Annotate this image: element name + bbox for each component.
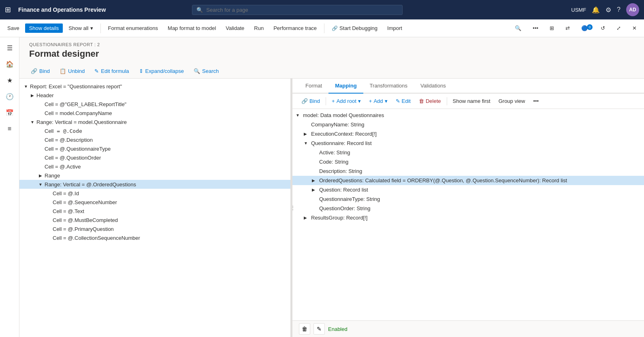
popout-button[interactable]: ⤢ (612, 23, 625, 33)
mapping-node[interactable]: ▼ Questionnaire: Record list (292, 139, 644, 148)
save-button[interactable]: Save (3, 23, 23, 33)
add-chevron: ▾ (385, 98, 388, 104)
validate-button[interactable]: Validate (222, 23, 248, 33)
mapping-node[interactable]: QuestionOrder: String (292, 204, 644, 213)
map-format-to-model-button[interactable]: Map format to model (164, 23, 220, 33)
tree-node[interactable]: Cell = @.Id (19, 189, 290, 198)
tree-node[interactable]: Cell = model.CompanyName (19, 109, 290, 117)
more-button[interactable]: ••• (529, 23, 542, 33)
tree-node[interactable]: ▶ Header (19, 91, 290, 100)
mapping-node[interactable]: Code: String (292, 157, 644, 166)
add-label: Add (373, 98, 383, 104)
mapping-node[interactable]: ▶ ExecutionContext: Record[!] (292, 129, 644, 139)
search-label: Search (202, 68, 219, 74)
chevron-down-icon: ▾ (90, 25, 93, 31)
tree-node[interactable]: ▼ Range: Vertical = model.Questionnaire (19, 117, 290, 126)
run-button[interactable]: Run (250, 23, 268, 33)
tab-mapping[interactable]: Mapping (328, 79, 363, 94)
tree-scroll[interactable]: ▼ Report: Excel = "Questionnaires report… (19, 79, 290, 337)
map-label-7: OrderedQuestions: Calculated field = ORD… (319, 177, 567, 183)
edit-bottom-button[interactable]: ✎ (313, 323, 325, 335)
mapping-node[interactable]: CompanyName: String (292, 120, 644, 129)
refresh-button[interactable]: ↺ (597, 23, 609, 33)
tree-node[interactable]: Cell = @.Active (19, 162, 290, 171)
tree-node[interactable]: ▼ Range: Vertical = @.OrderedQuestions (19, 180, 290, 189)
tree-node[interactable]: Cell = @.Description (19, 135, 290, 144)
tree-node[interactable]: Cell = @.SequenceNumber (19, 198, 290, 207)
search-cmd-button[interactable]: 🔍 (511, 23, 525, 33)
show-all-button[interactable]: Show all ▾ (64, 23, 97, 33)
link-icon: 🔗 (31, 68, 37, 74)
map-label-6: Description: String (319, 168, 362, 174)
search-input[interactable] (206, 7, 398, 13)
mapping-node[interactable]: Active: String (292, 148, 644, 157)
delete-icon: 🗑 (419, 98, 424, 104)
sidebar-icon-menu[interactable]: ☰ (2, 41, 17, 55)
mapping-node[interactable]: ▶ ResultsGroup: Record[!] (292, 213, 644, 222)
import-button[interactable]: Import (383, 23, 406, 33)
tree-node[interactable]: Cell = @"GER_LABEL:ReportTitle" (19, 100, 290, 109)
settings-icon[interactable]: ⚙ (606, 6, 611, 14)
sidebar-icon-home[interactable]: 🏠 (2, 57, 17, 71)
group-view-button[interactable]: Group view (496, 97, 528, 105)
tree-node[interactable]: Cell = @.QuestionnaireType (19, 144, 290, 153)
tree-node[interactable]: Cell = @.Code (19, 126, 290, 135)
mapping-scroll[interactable]: ▼ model: Data model Questionnaires Compa… (292, 109, 644, 320)
mapping-node[interactable]: QuestionnaireType: String (292, 194, 644, 204)
show-details-button[interactable]: Show details (25, 23, 63, 33)
compare-button[interactable]: ⇄ (561, 23, 574, 33)
search-icon: 🔍 (196, 7, 203, 13)
search-toolbar-button[interactable]: 🔍 Search (192, 67, 220, 75)
badge-button[interactable]: 🔵0 (577, 23, 593, 33)
format-enumerations-button[interactable]: Format enumerations (104, 23, 162, 33)
tree-node[interactable]: Cell = @.MustBeCompleted (19, 215, 290, 224)
mapping-node[interactable]: ▶ Question: Record list (292, 185, 644, 194)
tree-node[interactable]: ▶ Range (19, 171, 290, 180)
expand-collapse-button[interactable]: ⇕ Expand/collapse (137, 67, 186, 75)
tree-node[interactable]: Cell = @.QuestionOrder (19, 153, 290, 162)
search-bar[interactable]: 🔍 (192, 5, 403, 15)
more-mapping-button[interactable]: ••• (531, 97, 541, 105)
tree-label-17: Cell = @.CollectionSequenceNumber (53, 235, 140, 241)
tree-node[interactable]: Cell = @.CollectionSequenceNumber (19, 233, 290, 242)
close-button[interactable]: ✕ (628, 23, 641, 33)
tree-node[interactable]: Cell = @.PrimaryQuestion (19, 224, 290, 233)
sidebar-icon-calendar[interactable]: 📅 (2, 105, 17, 120)
sidebar-icon-star[interactable]: ★ (2, 73, 17, 87)
show-name-first-button[interactable]: Show name first (450, 97, 493, 105)
tab-format[interactable]: Format (299, 79, 328, 94)
mapping-node[interactable]: ▶ OrderedQuestions: Calculated field = O… (292, 176, 644, 185)
tree-label-12: Cell = @.Id (53, 190, 79, 196)
map-label-10: QuestionOrder: String (319, 205, 370, 211)
app-grid-icon[interactable]: ⊞ (5, 5, 11, 14)
add-button[interactable]: + Add ▾ (367, 97, 390, 105)
splitter[interactable] (291, 79, 292, 337)
map-label-9: QuestionnaireType: String (319, 196, 380, 202)
notification-icon[interactable]: 🔔 (592, 6, 600, 14)
edit-formula-button[interactable]: ✎ Edit formula (93, 67, 130, 75)
tree-expander-6 (37, 137, 44, 143)
mapping-node[interactable]: Description: String (292, 166, 644, 176)
avatar[interactable]: AD (626, 3, 639, 16)
tab-transformations[interactable]: Transformations (363, 79, 414, 94)
delete-button[interactable]: 🗑 Delete (416, 97, 444, 105)
tree-node[interactable]: Cell = @.Text (19, 207, 290, 215)
sidebar-icon-recent[interactable]: 🕐 (2, 89, 17, 104)
add-root-button[interactable]: + Add root ▾ (329, 97, 363, 105)
mapping-node[interactable]: ▼ model: Data model Questionnaires (292, 111, 644, 120)
grid-view-button[interactable]: ⊞ (546, 23, 558, 33)
tree-expander-13 (45, 199, 52, 205)
unbind-button[interactable]: 📋 Unbind (58, 67, 86, 75)
map-label-4: Active: String (319, 149, 350, 156)
tab-validations[interactable]: Validations (414, 79, 452, 94)
bind-button[interactable]: 🔗 Bind (29, 67, 51, 75)
delete-bottom-button[interactable]: 🗑 (299, 323, 310, 335)
tree-node[interactable]: ▼ Report: Excel = "Questionnaires report… (19, 82, 290, 91)
edit-button[interactable]: ✎ Edit (393, 97, 413, 105)
performance-trace-button[interactable]: Performance trace (269, 23, 321, 33)
map-bind-button[interactable]: 🔗 Bind (299, 97, 322, 105)
help-icon[interactable]: ? (617, 6, 621, 13)
start-debugging-button[interactable]: 🔗 Start Debugging (328, 23, 382, 33)
app-title: Finance and Operations Preview (18, 6, 106, 13)
sidebar-icon-list[interactable]: ≡ (2, 122, 17, 136)
